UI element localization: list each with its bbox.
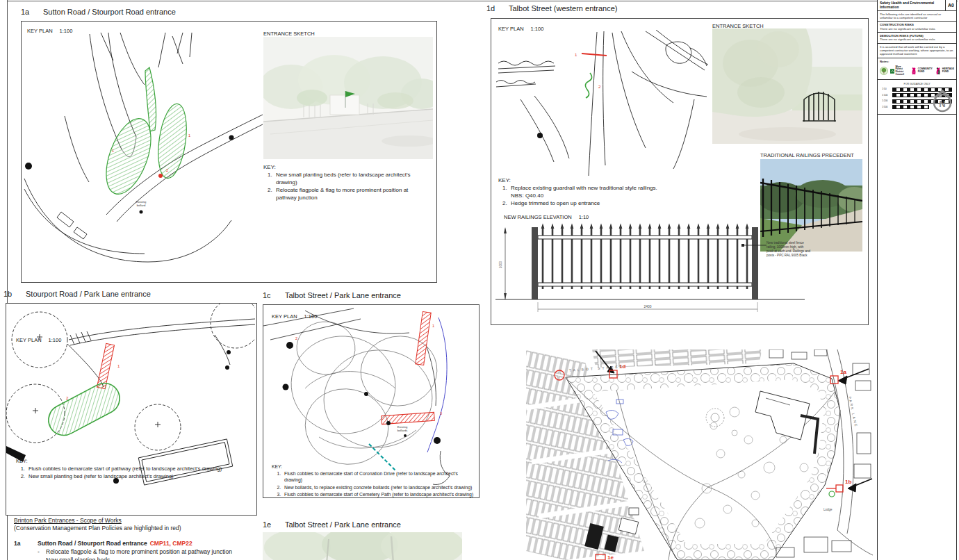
panel-1c-ref: 1c [263,291,285,299]
scope-heading: Brinton Park Entrances - Scope of Works [14,517,257,525]
sheet-size-badge: A0 [945,0,956,10]
key-heading: KEY: [16,458,252,465]
panel-1d-name: Talbot Street (western entrance) [509,4,618,13]
key-item: Relocate flagpole & flag to more promine… [274,187,415,201]
key-notes-1d: KEY: Replace existing guardrail with new… [498,177,665,208]
scale-bar-row: 1:500 [882,105,929,109]
panel-1c-box: KEY PLAN 1:100 [263,304,480,498]
panel-1b-ref: 1b [3,290,26,298]
crossed-fingers-icon [935,67,942,75]
key-item: Flush cobbles to demarcate start of Ceme… [282,491,475,497]
key-item: New small planting beds (refer to landsc… [274,172,415,186]
logos-row: Wyre Forest District Council COMMUNITY F… [880,65,954,78]
notes-section: Notes: Wyre Forest District Council [878,58,956,80]
community-fund-2: FUND [918,71,933,74]
heritage-fund-logo: HERITAGE FUND [935,67,954,75]
scale-label: 1:50 [882,88,891,90]
assumption-text: It is assumed that all work will be carr… [878,44,956,58]
key-item: Replace existing guardrail with new trad… [509,185,665,199]
she-intro: The following risks are identified as un… [878,11,956,22]
scope-item-policies: CMP11, CMP22 [150,540,192,547]
panel-1d-ref: 1d [486,4,509,13]
construction-risks: CONSTRUCTION RISKS There are no signific… [878,22,956,33]
council-name-2: District Council [895,71,908,76]
heritage-fund-2: FUND [942,71,954,74]
marker-3: 3 [440,411,442,415]
panel-1a-ref: 1a [21,8,43,16]
key-item: Flush cobbles to demarcate start of Coro… [282,470,475,483]
marker-1: 1 [432,324,434,328]
dim-height: 1000 [499,261,502,268]
park-tree-logo [880,65,888,76]
panel-1a-title: 1a Sutton Road / Stourport Road entrance [21,8,176,16]
panel-1e-title: 1e Talbot Street / Park Lane entrance [263,520,401,529]
key-heading: KEY: [263,164,415,171]
key-heading: KEY: [272,463,475,470]
panel-1e-name: Talbot Street / Park Lane entrance [285,520,401,529]
scope-of-works: Brinton Park Entrances - Scope of Works … [14,517,257,560]
scope-item-ref: 1a [14,540,38,547]
scale-label: 1:500 [882,106,891,108]
panel-1b-title: 1b Stourport Road / Park Lane entrance [3,290,151,298]
council-logo-icon [890,68,895,74]
key-item: New small planting bed (refer to landsca… [26,473,252,480]
scope-bullet: Relocate flagpole & flag to more promine… [38,548,257,556]
panel-1d-box: KEY PLAN 1:100 [491,18,869,325]
panel-1a-name: Sutton Road / Stourport Road entrance [43,8,176,16]
key-notes-1a: KEY: New small planting beds (refer to l… [263,164,415,202]
entrance-sketch-label: ENTRANCE SKETCH [263,31,315,37]
scale-bar-caption: FOR GUIDANCE ONLY [880,83,954,85]
council-logo: Wyre Forest District Council [890,66,908,76]
map-marker-1a: 1a [840,369,846,375]
community-fund-logo: COMMUNITY FUND [910,67,933,75]
demolition-risks: DEMOLITION RISKS (FUTURE) There are no s… [878,33,956,44]
panel-1b-name: Stourport Road / Park Lane entrance [26,290,151,298]
she-info-title: Safety Health and Environmental Informat… [878,0,945,10]
marker-1: 1 [112,149,114,153]
construction-risks-text: There are no significant or unfamiliar r… [880,27,954,31]
key-item: New bollards, to replace existing concre… [282,484,475,491]
key-notes-1b: KEY: Flush cobbles to demarcate start of… [16,458,252,480]
scale-label: 1:200 [882,99,891,102]
panel-1e-ref: 1e [263,520,285,529]
scope-bullet: New small planting beds [38,557,257,560]
title-block: Safety Health and Environmental Informat… [877,0,957,560]
precedent-label: TRADITIONAL RAILINGS PRECEDENT [760,152,854,158]
entrance-sketch-photo-1d [712,28,862,144]
marker-2: 2 [166,168,168,172]
drawing-sheet: 1a Sutton Road / Stourport Road entrance… [0,0,959,560]
entrance-sketch-photo [263,37,433,159]
notes-label: Notes: [880,60,954,63]
elevation-scale: 1:10 [579,214,589,220]
scope-subheading: (Conservation Management Plan Policies a… [14,525,257,532]
panel-1d-title: 1d Talbot Street (western entrance) [486,4,618,13]
elevation-label: NEW RAILINGS ELEVATION 1:10 [504,214,589,220]
elevation-title: NEW RAILINGS ELEVATION [504,214,572,220]
crossed-fingers-icon [910,67,917,75]
key-notes-1c: KEY: Flush cobbles to demarcate start of… [272,463,475,498]
plan-drawing-1d: 1 2 [493,30,712,186]
panel-1a-box: KEY PLAN 1:100 [21,21,437,283]
key-heading: KEY: [498,177,665,184]
marker-2: 2 [295,336,297,340]
site-plan: 1d 1a 1b 1e TALBOT STREET PARK LANE Lodg… [526,349,873,560]
key-item: Flush cobbles to demarcate start of path… [26,466,252,472]
railings-annotation: New traditional steel fence railing, 100… [767,241,811,258]
scale-bar [892,105,929,109]
marker-2: 2 [598,85,601,89]
demolition-risks-text: There are no significant or unfamiliar r… [880,38,954,41]
plan-drawing-1b: 1 2 [6,304,255,513]
scope-item-title: Sutton Road / Stourport Road entrance [38,540,147,547]
sheet-top-border [7,1,958,1]
existing-bollard-label: bollard [137,204,146,207]
photo-1e [263,532,462,560]
marker-1: 1 [117,364,120,368]
title-block-header: Safety Health and Environmental Informat… [878,0,956,11]
marker-1: 1 [575,53,577,57]
plan-drawing-1a: 1 1 2 Existing bollard [23,33,263,281]
panel-1b-box: KEY PLAN 1:100 [6,303,257,516]
panel-1c-title: 1c Talbot Street / Park Lane entrance [263,291,401,299]
scale-bar-section: FOR GUIDANCE ONLY 1:50 1:100 1:200 1:500… [878,80,956,114]
marker-2: 2 [66,396,69,400]
lodge-label: Lodge [823,508,833,511]
